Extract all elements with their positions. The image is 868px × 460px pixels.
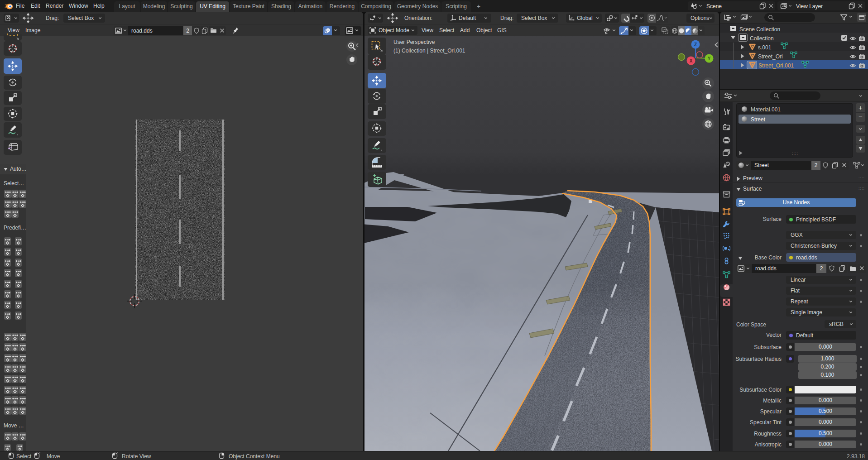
svg-text:X: X — [690, 58, 693, 63]
svg-text:Y: Y — [708, 56, 711, 61]
svg-text:Z: Z — [694, 42, 697, 47]
